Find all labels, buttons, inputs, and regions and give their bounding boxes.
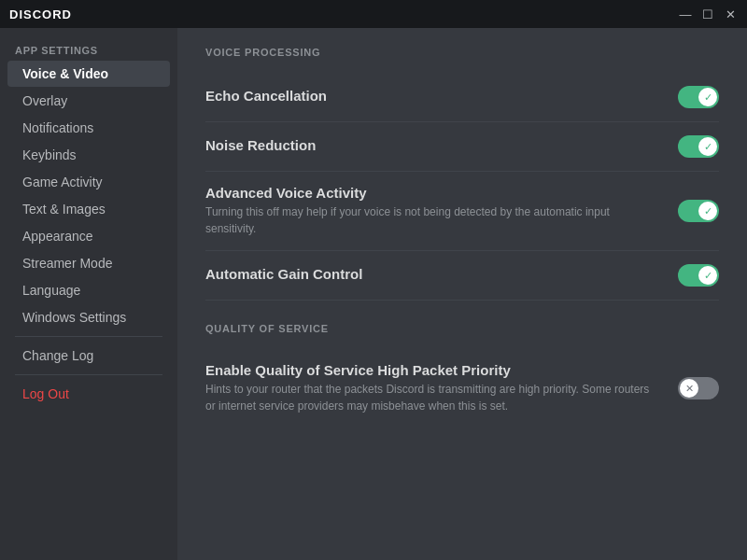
window-controls: — ☐ ✕ — [678, 7, 738, 21]
toggle-advanced-voice-activity[interactable]: ✓ — [678, 200, 719, 222]
toggle-qos[interactable]: ✕ — [678, 377, 719, 399]
setting-desc-qos: Hints to your router that the packets Di… — [205, 381, 659, 414]
sidebar-item-game-activity[interactable]: Game Activity — [7, 169, 170, 195]
maximize-button[interactable]: ☐ — [700, 7, 715, 21]
setting-row-advanced-voice-activity: Advanced Voice Activity Turning this off… — [205, 172, 719, 251]
toggle-automatic-gain-control[interactable]: ✓ — [678, 264, 719, 287]
toggle-knob-noise-reduction: ✓ — [698, 137, 717, 156]
setting-row-echo-cancellation: Echo Cancellation ✓ — [205, 73, 719, 122]
toggle-x-icon: ✕ — [685, 383, 694, 395]
setting-row-noise-reduction: Noise Reduction ✓ — [205, 122, 719, 172]
setting-info-echo-cancellation: Echo Cancellation — [205, 88, 678, 106]
toggle-echo-cancellation[interactable]: ✓ — [678, 86, 719, 108]
setting-info-qos: Enable Quality of Service High Packet Pr… — [205, 362, 678, 414]
voice-processing-header: VOICE PROCESSING — [205, 47, 719, 58]
setting-info-automatic-gain-control: Automatic Gain Control — [205, 266, 678, 285]
sidebar-item-logout[interactable]: Log Out — [7, 381, 170, 407]
toggle-check-icon-4: ✓ — [704, 270, 712, 282]
sidebar-item-keybinds[interactable]: Keybinds — [7, 142, 170, 168]
qos-header: QUALITY OF SERVICE — [205, 323, 719, 334]
toggle-check-icon-3: ✓ — [704, 205, 712, 217]
toggle-knob-qos: ✕ — [680, 379, 698, 398]
toggle-knob-echo-cancellation: ✓ — [698, 88, 717, 106]
setting-name-noise-reduction: Noise Reduction — [205, 137, 659, 153]
setting-name-automatic-gain-control: Automatic Gain Control — [205, 266, 659, 282]
setting-name-echo-cancellation: Echo Cancellation — [205, 88, 659, 104]
sidebar-item-voice-video[interactable]: Voice & Video — [7, 61, 170, 87]
sidebar-item-changelog[interactable]: Change Log — [7, 343, 170, 369]
sidebar-item-appearance[interactable]: Appearance — [7, 223, 170, 249]
sidebar-item-text-images[interactable]: Text & Images — [7, 196, 170, 222]
setting-info-noise-reduction: Noise Reduction — [205, 137, 678, 156]
setting-name-qos: Enable Quality of Service High Packet Pr… — [205, 362, 659, 378]
sidebar-item-notifications[interactable]: Notifications — [7, 115, 170, 141]
toggle-noise-reduction[interactable]: ✓ — [678, 135, 719, 158]
toggle-check-icon-2: ✓ — [704, 141, 712, 153]
sidebar-divider-2 — [15, 374, 162, 375]
sidebar: APP SETTINGS Voice & Video Overlay Notif… — [0, 28, 177, 560]
sidebar-item-overlay[interactable]: Overlay — [7, 88, 170, 114]
content-area: VOICE PROCESSING Echo Cancellation ✓ Noi… — [177, 28, 747, 560]
toggle-knob-automatic-gain-control: ✓ — [698, 266, 717, 285]
setting-info-advanced-voice-activity: Advanced Voice Activity Turning this off… — [205, 185, 678, 237]
setting-row-qos: Enable Quality of Service High Packet Pr… — [205, 349, 719, 427]
app-settings-label: APP SETTINGS — [0, 37, 177, 60]
toggle-knob-advanced-voice-activity: ✓ — [698, 202, 717, 220]
sidebar-item-language[interactable]: Language — [7, 277, 170, 303]
close-button[interactable]: ✕ — [723, 7, 738, 21]
app-container: APP SETTINGS Voice & Video Overlay Notif… — [0, 28, 747, 560]
app-title: DISCORD — [9, 7, 72, 21]
sidebar-divider — [15, 336, 162, 337]
sidebar-item-streamer-mode[interactable]: Streamer Mode — [7, 250, 170, 276]
qos-section: QUALITY OF SERVICE Enable Quality of Ser… — [205, 323, 719, 427]
setting-row-automatic-gain-control: Automatic Gain Control ✓ — [205, 251, 719, 301]
titlebar: DISCORD — ☐ ✕ — [0, 0, 747, 28]
toggle-check-icon: ✓ — [704, 91, 712, 104]
minimize-button[interactable]: — — [678, 7, 693, 21]
setting-desc-advanced-voice-activity: Turning this off may help if your voice … — [205, 203, 659, 237]
sidebar-item-windows-settings[interactable]: Windows Settings — [7, 304, 170, 330]
setting-name-advanced-voice-activity: Advanced Voice Activity — [205, 185, 659, 201]
